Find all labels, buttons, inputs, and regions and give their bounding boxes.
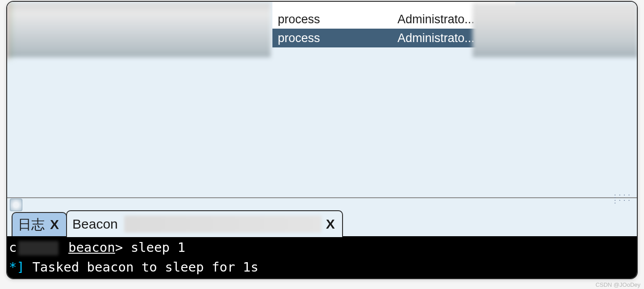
tab-log[interactable]: 日志X xyxy=(12,212,67,236)
tab-label: Beacon xyxy=(72,217,118,232)
redacted-area-left xyxy=(7,3,271,57)
app-window: process Administrato... process Administ… xyxy=(6,1,638,279)
redacted-tab-text xyxy=(124,216,322,233)
pane-divider[interactable] xyxy=(7,197,637,198)
console-prompt-line: c beacon> sleep 1 xyxy=(9,238,635,258)
console-response: Tasked beacon to sleep for 1s xyxy=(32,259,258,275)
watermark: CSDN @JOoDey xyxy=(595,281,640,288)
console-command: sleep 1 xyxy=(131,240,185,255)
marker-icon: *] xyxy=(9,259,25,275)
close-icon[interactable]: X xyxy=(48,217,61,232)
session-list-pane: process Administrato... process Administ… xyxy=(7,2,637,197)
beacon-console[interactable]: c beacon> sleep 1 *] Tasked beacon to sl… xyxy=(7,237,637,279)
cell-process-name: process xyxy=(272,31,396,45)
redacted-area-right xyxy=(473,3,638,57)
cell-process-name: process xyxy=(272,13,396,26)
redacted-host xyxy=(18,241,59,255)
tab-label: 日志 xyxy=(18,216,45,234)
cell-process-name xyxy=(272,1,396,10)
prompt-name: beacon xyxy=(68,240,115,255)
close-icon[interactable]: X xyxy=(324,217,337,232)
console-output-line: *] Tasked beacon to sleep for 1s xyxy=(9,258,635,277)
tab-strip: 日志X Beacon X xyxy=(7,204,637,237)
tab-beacon[interactable]: Beacon X xyxy=(66,210,343,237)
resize-grip-icon[interactable]: ▪ ▪ ▪ ▪ ▪▪ ▪ ▪ ▪ ▪ xyxy=(615,194,632,200)
tab-scroll-icon[interactable] xyxy=(10,199,22,211)
